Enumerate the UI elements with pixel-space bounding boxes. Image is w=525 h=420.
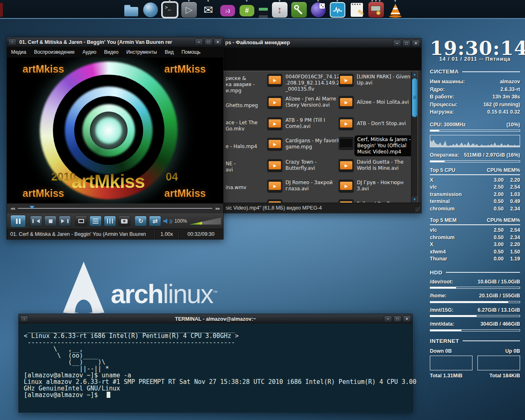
scrollbar-thumb[interactable] <box>412 78 418 117</box>
fullscreen-button[interactable] <box>75 216 87 226</box>
scrollbar[interactable]: ▲ ▼ <box>411 71 418 203</box>
previous-button[interactable] <box>30 216 42 226</box>
vlc-seek-row: ◀◀ ▶▶ <box>7 203 223 213</box>
menu-item-media[interactable]: Медиа <box>11 49 26 55</box>
equalizer-button[interactable] <box>104 216 116 226</box>
dock-item-irc[interactable]: ▼ # <box>238 1 256 19</box>
seek-back-icon[interactable]: ◀◀ <box>10 207 14 210</box>
maximize-button[interactable]: □ <box>393 315 402 322</box>
video-file-icon <box>267 96 282 108</box>
dock-item-messenger[interactable]: ;-) <box>219 1 237 19</box>
running-indicator-icon: ▼ <box>161 0 179 3</box>
hdd-bar <box>430 315 520 317</box>
scroll-up-icon[interactable]: ▲ <box>412 71 418 78</box>
minimize-button[interactable]: – <box>195 39 203 46</box>
cpu-graph <box>430 135 520 147</box>
net-rates: Down 0BUp 0B <box>430 348 520 354</box>
play-icon: ▷ <box>181 2 197 18</box>
terminal-titlebar[interactable]: ↑ TERMINAL - almazov@almazov:~ – □ × <box>19 314 412 324</box>
date: 14 / 01 / 2011 -- Пятница <box>430 56 520 62</box>
seek-slider[interactable] <box>18 208 212 209</box>
money-icon <box>368 2 384 18</box>
dock-item-notes[interactable]: ✎ <box>348 1 366 19</box>
seek-forward-icon[interactable]: ▶▶ <box>216 207 220 210</box>
hdd-row: /dev/root:10.6GiB / 15.0GiB <box>430 278 520 286</box>
loop-button[interactable]: ↻ <box>135 216 147 226</box>
maximize-button[interactable]: □ <box>204 39 212 46</box>
menu-item-playback[interactable]: Воспроизведение <box>34 49 75 55</box>
playback-time[interactable]: 00:32/09:30 <box>179 229 223 239</box>
minimize-button[interactable]: – <box>384 315 392 322</box>
menu-item-help[interactable]: Помощь <box>181 49 200 55</box>
menu-item-tools[interactable]: Инструменты <box>126 49 157 55</box>
ram-bar <box>430 160 520 162</box>
dock-item-pager[interactable] <box>257 1 269 19</box>
dock-item-finance[interactable]: ▼▼▼ <box>367 1 385 19</box>
close-button[interactable]: × <box>214 39 222 46</box>
dock-item-media-player[interactable]: ▼ ▷ <box>180 1 198 19</box>
process-row: terminal0.500.49 <box>430 198 520 205</box>
vlc-titlebar[interactable]: ↑ 01. Cerf & Mitiska & Jaren - Beggin' Y… <box>7 37 223 47</box>
volume-value: 100% <box>174 218 187 224</box>
video-file-icon <box>339 74 354 86</box>
playback-rate[interactable]: 1.00x <box>155 229 179 239</box>
ram-row: Оператива:511MiB / 2.97GiB (16%) <box>430 151 520 159</box>
dock-item-web-browser[interactable] <box>142 1 160 19</box>
minimize-button[interactable]: – <box>393 40 401 47</box>
close-button[interactable]: × <box>403 315 411 322</box>
vlc-cone-icon <box>388 3 402 16</box>
video-file-icon <box>267 180 282 192</box>
dock-item-terminal[interactable]: ▼ >_ <box>161 1 179 19</box>
menu-item-audio[interactable]: Аудио <box>82 49 96 55</box>
dock-item-mail[interactable]: ▼ ✉ <box>199 1 217 19</box>
snapshot-button[interactable] <box>118 216 130 226</box>
running-indicator-icon: ▼ <box>180 0 198 3</box>
cpu-row: CPU: 3000MHz(10%) <box>430 121 520 129</box>
vlc-video-area[interactable]: artMkiss artMkiss artMkiss artMkiss 2010… <box>7 57 223 203</box>
close-button[interactable]: × <box>412 40 420 47</box>
conky-monitor: 19:30:14 14 / 01 / 2011 -- Пятница СИСТЕ… <box>430 39 520 379</box>
stop-button[interactable] <box>44 216 57 226</box>
scroll-down-icon[interactable]: ▼ <box>412 196 418 203</box>
globe-icon <box>143 2 158 17</box>
section-internet: INTERNET <box>430 338 520 344</box>
next-button[interactable] <box>59 216 71 226</box>
dock-item-system-monitor[interactable]: ▼ <box>329 1 347 19</box>
dock-item-torrent[interactable]: ▼ ↕ <box>271 1 289 19</box>
shuffle-button[interactable]: ⇄ <box>149 216 161 226</box>
menu-item-view[interactable]: Вид <box>165 49 174 55</box>
now-playing-title: 01. Cerf & Mitiska & Jaren - Beggin' You… <box>7 229 155 239</box>
video-file-icon <box>339 117 354 130</box>
process-row: X3.002.20 <box>430 241 520 249</box>
clipped-icon <box>0 3 3 17</box>
speaker-icon[interactable] <box>163 219 169 224</box>
video-file-icon <box>267 159 282 171</box>
hdd-bar <box>430 301 520 303</box>
terminal-content[interactable]: ________________________________________… <box>19 324 412 413</box>
irc-bubble-icon: # <box>240 5 254 16</box>
shade-button[interactable]: ↑ <box>20 315 28 322</box>
hdd-bar <box>430 287 520 289</box>
resize-grip[interactable] <box>415 207 420 212</box>
top5-cpu-header: Top 5 CPUCPU% MEM% <box>430 167 520 173</box>
playlist-button[interactable] <box>89 216 102 226</box>
pause-button[interactable] <box>10 215 26 228</box>
menu-item-video[interactable]: Видео <box>104 49 119 55</box>
maximize-button[interactable]: □ <box>402 40 411 47</box>
section-hdd: HDD <box>430 269 520 276</box>
top5-mem-header: Top 5 MEMCPU% MEM% <box>430 217 520 223</box>
dock-item-password-keys[interactable] <box>290 1 308 19</box>
seek-thumb[interactable] <box>30 206 34 212</box>
process-row: transmission2.001.03 <box>430 191 520 199</box>
shade-button[interactable]: ↑ <box>8 39 16 46</box>
video-file-icon <box>267 74 282 86</box>
speaker-waves-icon: )) <box>169 219 172 224</box>
hdd-bar <box>430 329 520 331</box>
arch-wordmark: archlinux™ <box>111 281 217 313</box>
dock-item-file-manager[interactable] <box>122 1 140 19</box>
process-row: X3.002.20 <box>430 177 520 184</box>
dock-item-vlc[interactable]: ▼ <box>386 1 404 19</box>
volume-slider[interactable] <box>189 218 221 225</box>
dock-item-network-globe[interactable]: ▼ <box>309 1 327 19</box>
process-row: xfwm40.501.50 <box>430 249 520 256</box>
